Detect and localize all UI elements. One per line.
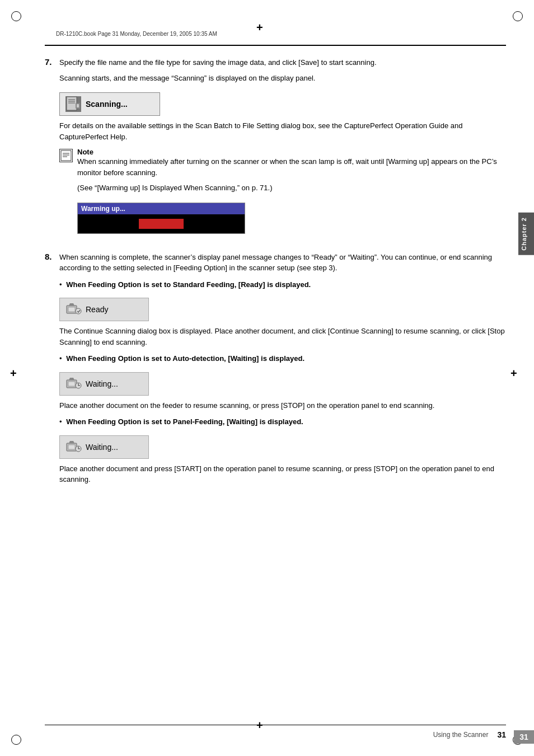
svg-rect-5: [77, 104, 79, 107]
svg-rect-14: [68, 382, 75, 386]
step-7: 7. Specify the file name and the file ty…: [45, 57, 506, 244]
note-icon: [59, 149, 73, 162]
file-info: DR-1210C.book Page 31 Monday, December 1…: [56, 31, 217, 37]
svg-rect-6: [61, 151, 71, 161]
corner-mark-bl: [11, 735, 21, 745]
svg-rect-17: [68, 445, 75, 449]
step-7-text: Specify the file name and the file type …: [59, 57, 506, 68]
note-title: Note: [77, 148, 506, 156]
note-box: Note When scanning immediately after tur…: [59, 148, 506, 238]
step-7-sub-text: Scanning starts, and the message “Scanni…: [59, 73, 506, 84]
reg-mark-top: [256, 24, 268, 35]
corner-mark-tl: [11, 11, 21, 21]
page-number-box: 31: [514, 730, 534, 744]
warming-progress-area: [78, 214, 245, 233]
bullet-3-label: • When Feeding Option is set to Panel-Fe…: [59, 416, 506, 428]
waiting2-display: Waiting...: [59, 435, 149, 459]
reg-mark-left: [10, 369, 21, 381]
bullet-2-follow: Place another document on the feeder to …: [59, 400, 506, 411]
waiting2-label: Waiting...: [86, 443, 118, 452]
scanning-label: Scanning...: [86, 100, 128, 109]
footer: Using the Scanner 31: [45, 730, 506, 739]
bullet-2: • When Feeding Option is set to Auto-det…: [59, 353, 506, 411]
bullet-1-dot: •: [59, 280, 62, 289]
step-7-content: Specify the file name and the file type …: [59, 57, 506, 244]
warming-up-panel: Warming up...: [77, 203, 245, 234]
bullet-2-label: • When Feeding Option is set to Auto-det…: [59, 353, 506, 364]
ready-label: Ready: [86, 305, 108, 314]
corner-mark-tr: [513, 11, 523, 21]
scanning-panel-icon: [65, 96, 81, 112]
step-7-number: 7.: [45, 57, 57, 244]
note-see: (See “[Warming up] Is Displayed When Sca…: [77, 182, 506, 194]
waiting1-icon: [65, 375, 82, 392]
bullet-3-text: When Feeding Option is set to Panel-Feed…: [66, 417, 303, 426]
bullet-2-text: When Feeding Option is set to Auto-detec…: [66, 354, 305, 363]
bottom-rule: [45, 725, 506, 725]
scanning-display-panel: Scanning...: [59, 92, 160, 116]
svg-rect-0: [67, 97, 77, 110]
bullet-3-follow: Place another document and press [START]…: [59, 463, 506, 485]
footer-text: Using the Scanner: [433, 731, 489, 739]
step-8-text: When scanning is complete, the scanner’s…: [59, 252, 506, 274]
waiting2-icon: [65, 439, 82, 456]
step-8: 8. When scanning is complete, the scanne…: [45, 252, 506, 491]
bullet-1-text: When Feeding Option is set to Standard F…: [66, 280, 311, 289]
svg-point-12: [76, 308, 81, 314]
svg-rect-11: [68, 307, 75, 312]
reg-mark-right: [510, 369, 522, 381]
warming-progress-bar: [139, 219, 184, 229]
top-rule: [45, 45, 506, 46]
ready-display: Ready: [59, 298, 149, 321]
step-8-number: 8.: [45, 252, 57, 491]
ready-icon: [65, 301, 82, 318]
note-text: When scanning immediately after turning …: [77, 156, 506, 178]
bullet-1-label: • When Feeding Option is set to Standard…: [59, 279, 506, 290]
bullet-1: • When Feeding Option is set to Standard…: [59, 279, 506, 348]
main-content: 7. Specify the file name and the file ty…: [45, 45, 506, 722]
step-7-detail: For details on the available settings in…: [59, 120, 506, 142]
bullet-2-dot: •: [59, 354, 62, 363]
warming-title: Warming up...: [78, 203, 245, 214]
waiting1-label: Waiting...: [86, 379, 118, 388]
footer-page: 31: [497, 730, 506, 739]
bullet-3-dot: •: [59, 417, 62, 426]
step-8-content: When scanning is complete, the scanner’s…: [59, 252, 506, 491]
note-content: Note When scanning immediately after tur…: [77, 148, 506, 238]
waiting1-display: Waiting...: [59, 372, 149, 396]
bullet-1-follow: The Continue Scanning dialog box is disp…: [59, 326, 506, 348]
chapter-tab: Chapter 2: [518, 213, 534, 255]
bullet-3: • When Feeding Option is set to Panel-Fe…: [59, 416, 506, 485]
